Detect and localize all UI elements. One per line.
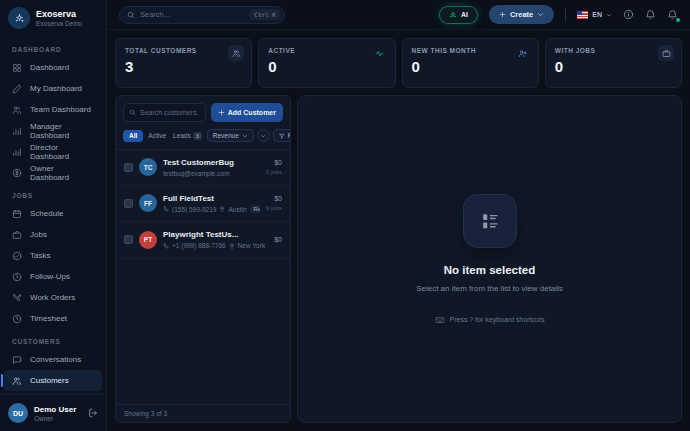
sidebar-item-label: Work Orders <box>30 293 75 302</box>
customer-rows: TC Test CustomerBug testbug@example.com … <box>116 149 290 404</box>
sidebar-item-label: Conversations <box>30 355 81 364</box>
sidebar-item-label: Tasks <box>30 251 50 260</box>
stat-value: 3 <box>125 58 242 75</box>
stat-value: 0 <box>412 58 529 75</box>
notifications-button[interactable] <box>645 9 656 20</box>
brand-logo-icon <box>8 7 30 29</box>
stat-value: 0 <box>268 58 385 75</box>
user-name: Demo User <box>34 405 76 414</box>
calendar-icon <box>12 209 22 219</box>
bar-chart-icon <box>12 147 22 157</box>
sidebar-item-my-dashboard[interactable]: My Dashboard <box>4 78 102 99</box>
row-checkbox[interactable] <box>124 199 133 208</box>
add-customer-button[interactable]: Add Customer <box>211 103 283 122</box>
brand-subtitle: Exoserva Demo <box>36 20 82 27</box>
customer-jobs-count: 0 jobs <box>266 205 282 211</box>
leads-label: Leads <box>173 132 191 139</box>
stat-label: NEW THIS MONTH <box>412 47 529 54</box>
grid-icon <box>12 63 22 73</box>
filters-button[interactable]: Filters <box>273 129 291 142</box>
sidebar-item-manager-dashboard[interactable]: Manager Dashboard <box>4 120 102 141</box>
sort-dropdown[interactable]: Revenue <box>207 129 254 142</box>
customer-phone: +1 (999) 888-7766 <box>172 242 226 249</box>
section-label-customers: CUSTOMERS <box>0 329 106 349</box>
phone-icon <box>163 243 169 249</box>
pen-icon <box>12 84 22 94</box>
customer-search-input[interactable] <box>140 109 200 116</box>
customer-row[interactable]: FF Full FieldTest (155) 599-9219 Austin … <box>116 186 290 223</box>
sidebar-item-work-orders[interactable]: Work Orders <box>4 287 102 308</box>
sidebar-item-team-dashboard[interactable]: Team Dashboard <box>4 99 102 120</box>
clock-icon <box>12 314 22 324</box>
leads-count-badge: 3 <box>193 132 202 140</box>
tools-icon <box>12 293 22 303</box>
filter-tab-all[interactable]: All <box>123 130 143 142</box>
activity-icon <box>372 45 388 61</box>
sidebar-item-label: My Dashboard <box>30 84 82 93</box>
help-button[interactable] <box>623 9 634 20</box>
customer-row[interactable]: TC Test CustomerBug testbug@example.com … <box>116 150 290 186</box>
sidebar-item-dashboard[interactable]: Dashboard <box>4 57 102 78</box>
sidebar-item-customers[interactable]: Customers <box>4 370 102 391</box>
filter-tab-leads[interactable]: Leads 3 <box>171 132 204 140</box>
create-button-label: Create <box>510 10 533 19</box>
keyboard-hint-text: Press ? for keyboard shortcuts <box>450 316 545 323</box>
logout-button[interactable] <box>88 408 98 418</box>
pin-icon <box>219 206 225 212</box>
customer-avatar: PT <box>139 231 157 249</box>
customer-name: Playwright TestUs... <box>163 230 268 239</box>
language-selector[interactable]: EN <box>577 11 612 19</box>
us-flag-icon <box>577 11 588 19</box>
global-search[interactable]: Ctrl K <box>119 6 285 24</box>
user-footer[interactable]: DU Demo User Owner <box>0 394 106 431</box>
bell-icon <box>645 9 656 20</box>
sidebar-item-follow-ups[interactable]: Follow-Ups <box>4 266 102 287</box>
sidebar-nav: DASHBOARD Dashboard My Dashboard Team Da… <box>0 35 106 394</box>
sidebar-item-director-dashboard[interactable]: Director Dashboard <box>4 141 102 162</box>
stat-label: ACTIVE <box>268 47 385 54</box>
filter-tab-active[interactable]: Active <box>146 132 168 139</box>
customer-search[interactable] <box>123 103 206 122</box>
customer-jobs-count: 0 jobs <box>266 169 282 175</box>
sidebar-item-label: Owner Dashboard <box>30 164 94 182</box>
alerts-button[interactable] <box>667 9 678 20</box>
user-role: Owner <box>34 415 76 422</box>
sidebar-item-jobs[interactable]: Jobs <box>4 224 102 245</box>
sidebar-item-owner-dashboard[interactable]: Owner Dashboard <box>4 162 102 183</box>
language-label: EN <box>592 11 602 18</box>
check-circle-icon <box>12 251 22 261</box>
ai-button[interactable]: AI <box>439 6 478 24</box>
plus-icon <box>218 109 225 116</box>
brand[interactable]: Exoserva Exoserva Demo <box>0 0 106 35</box>
sidebar: Exoserva Exoserva Demo DASHBOARD Dashboa… <box>0 0 107 431</box>
sidebar-item-label: Customers <box>30 376 69 385</box>
stat-label: TOTAL CUSTOMERS <box>125 47 242 54</box>
row-checkbox[interactable] <box>124 235 133 244</box>
sidebar-item-tasks[interactable]: Tasks <box>4 245 102 266</box>
sidebar-item-label: Team Dashboard <box>30 105 91 114</box>
section-label-jobs: JOBS <box>0 183 106 203</box>
customer-city: New York <box>238 242 265 249</box>
sidebar-item-timesheet[interactable]: Timesheet <box>4 308 102 329</box>
customer-list-panel: Add Customer All Active Leads 3 Revenue <box>115 95 291 423</box>
keyboard-hint: Press ? for keyboard shortcuts <box>435 315 545 325</box>
users-icon <box>12 376 22 386</box>
stat-card-total-customers: TOTAL CUSTOMERS 3 <box>115 38 252 88</box>
sidebar-item-schedule[interactable]: Schedule <box>4 203 102 224</box>
sidebar-item-label: Follow-Ups <box>30 272 70 281</box>
global-search-input[interactable] <box>140 10 245 19</box>
user-plus-icon <box>515 45 531 61</box>
row-checkbox[interactable] <box>124 163 133 172</box>
chevron-down-icon <box>242 133 248 139</box>
stat-card-active: ACTIVE 0 <box>258 38 395 88</box>
customer-row[interactable]: PT Playwright TestUs... +1 (999) 888-776… <box>116 222 290 259</box>
filters-label: Filters <box>288 132 291 139</box>
user-avatar: DU <box>8 403 28 423</box>
sidebar-item-label: Schedule <box>30 209 63 218</box>
topbar: Ctrl K AI Create EN <box>107 0 690 30</box>
notification-dot <box>676 18 680 22</box>
create-button[interactable]: Create <box>489 5 554 24</box>
topbar-divider <box>565 8 566 22</box>
sidebar-item-conversations[interactable]: Conversations <box>4 349 102 370</box>
sort-direction-button[interactable] <box>257 129 270 142</box>
